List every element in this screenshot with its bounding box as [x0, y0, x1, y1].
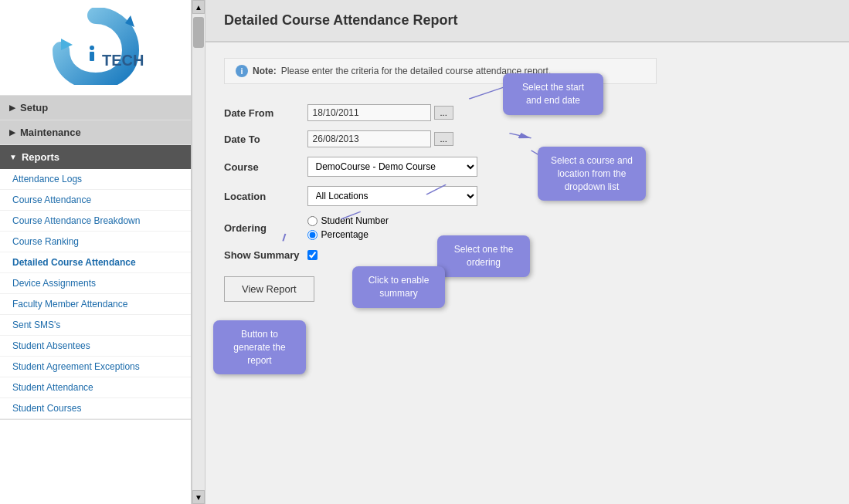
scroll-thumb[interactable] [193, 17, 204, 48]
date-from-field-cell: ... [307, 100, 485, 126]
svg-line-4 [509, 134, 531, 138]
setup-header[interactable]: ▶ Setup [0, 96, 191, 120]
link-detailed-course-attendance[interactable]: Detailed Course Attendance [0, 252, 191, 273]
show-summary-label: Show Summary [224, 245, 307, 266]
reports-label: Reports [22, 151, 59, 163]
note-label: Note: [253, 66, 277, 76]
setup-label: Setup [20, 102, 48, 113]
logo-area: TECH [0, 0, 191, 96]
link-attendance-logs[interactable]: Attendance Logs [0, 169, 191, 190]
view-report-button[interactable]: View Report [224, 276, 314, 302]
show-summary-checkbox[interactable] [307, 250, 318, 260]
ordering-student-number-radio[interactable] [307, 216, 318, 226]
svg-point-1 [90, 46, 94, 50]
info-icon: i [236, 65, 248, 77]
reports-arrow-icon: ▼ [9, 153, 17, 161]
maintenance-arrow-icon: ▶ [9, 128, 15, 137]
ordering-percentage-label: Percentage [321, 229, 368, 240]
link-student-absentees[interactable]: Student Absentees [0, 336, 191, 357]
tooltip-button: Button to generate the report [213, 320, 306, 374]
course-label: Course [224, 152, 307, 181]
scroll-up-arrow[interactable]: ▲ [192, 0, 205, 14]
page-header: Detailed Course Attendance Report [205, 0, 849, 42]
link-student-courses[interactable]: Student Courses [0, 398, 191, 419]
date-from-wrap: ... [307, 104, 477, 121]
date-to-wrap: ... [307, 130, 477, 147]
svg-text:TECH: TECH [102, 52, 144, 69]
tooltip-dropdown: Select a course and location from the dr… [538, 147, 646, 201]
svg-rect-2 [90, 52, 94, 61]
ordering-label: Ordering [224, 211, 307, 245]
tooltip-dropdown-text: Select a course and location from the dr… [551, 155, 633, 192]
course-row: Course DemoCourse - Demo Course [224, 152, 485, 181]
tooltip-ordering-text: Select one the ordering [454, 244, 514, 268]
location-row: Location All Locations [224, 181, 485, 211]
tooltip-button-text: Button to generate the report [233, 329, 285, 366]
link-student-attendance[interactable]: Student Attendance [0, 377, 191, 398]
course-field-cell: DemoCourse - Demo Course [307, 152, 485, 181]
setup-arrow-icon: ▶ [9, 103, 15, 112]
link-device-assignments[interactable]: Device Assignments [0, 273, 191, 294]
date-from-label: Date From [224, 100, 307, 126]
location-label: Location [224, 181, 307, 211]
maintenance-section: ▶ Maintenance [0, 120, 191, 145]
view-report-label: View Report [242, 283, 297, 295]
course-select[interactable]: DemoCourse - Demo Course [307, 157, 477, 177]
location-select[interactable]: All Locations [307, 186, 477, 206]
content-area: i Note: Please enter the criteria for th… [205, 42, 849, 317]
setup-section: ▶ Setup [0, 96, 191, 120]
location-field-cell: All Locations [307, 181, 485, 211]
date-from-input[interactable] [307, 104, 431, 121]
svg-line-5 [469, 86, 505, 99]
main-content: Detailed Course Attendance Report i Note… [205, 0, 849, 504]
link-student-agreement-exceptions[interactable]: Student Agreement Exceptions [0, 357, 191, 377]
link-faculty-member-attendance[interactable]: Faculty Member Attendance [0, 294, 191, 315]
logo-image: TECH [42, 8, 150, 85]
link-sent-sms[interactable]: Sent SMS's [0, 315, 191, 336]
page-title: Detailed Course Attendance Report [224, 12, 457, 28]
date-from-row: Date From ... [224, 100, 485, 126]
link-course-ranking[interactable]: Course Ranking [0, 232, 191, 252]
ordering-student-number-label: Student Number [321, 215, 389, 226]
tooltip-date-text: Select the start and end date [522, 82, 584, 106]
date-to-picker-button[interactable]: ... [434, 132, 453, 146]
date-from-picker-button[interactable]: ... [434, 106, 453, 120]
tooltip-summary-text: Click to enable summary [368, 275, 430, 299]
tooltip-date: Select the start and end date [503, 73, 603, 115]
ordering-percentage-radio[interactable] [307, 230, 318, 240]
ordering-student-number-item[interactable]: Student Number [307, 215, 477, 226]
date-to-label: Date To [224, 126, 307, 152]
date-to-field-cell: ... [307, 126, 485, 152]
reports-section: ▼ Reports Attendance Logs Course Attenda… [0, 145, 191, 420]
link-course-attendance[interactable]: Course Attendance [0, 190, 191, 211]
link-course-attendance-breakdown[interactable]: Course Attendance Breakdown [0, 211, 191, 232]
maintenance-header[interactable]: ▶ Maintenance [0, 120, 191, 144]
date-to-row: Date To ... [224, 126, 485, 152]
reports-links: Attendance Logs Course Attendance Course… [0, 169, 191, 419]
maintenance-label: Maintenance [20, 127, 81, 138]
reports-header[interactable]: ▼ Reports [0, 145, 191, 169]
date-to-input[interactable] [307, 130, 431, 147]
sidebar: TECH ▶ Setup ▶ Maintenance ▼ Reports Att… [0, 0, 192, 504]
scroll-down-arrow[interactable]: ▼ [192, 490, 205, 504]
tooltip-ordering: Select one the ordering [437, 235, 530, 277]
scrollbar[interactable]: ▲ ▼ [192, 0, 205, 504]
tooltip-summary: Click to enable summary [352, 266, 445, 308]
